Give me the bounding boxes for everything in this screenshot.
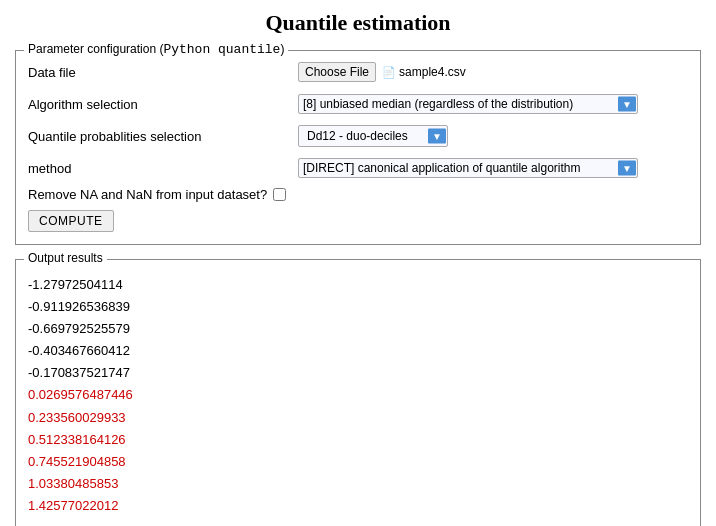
remove-na-label: Remove NA and NaN from input dataset?	[28, 187, 267, 202]
quantile-label: Quantile probablities selection	[28, 129, 298, 144]
output-value: -0.170837521747	[28, 362, 688, 384]
output-value: -0.403467660412	[28, 340, 688, 362]
data-file-row: Data file Choose File 📄 sample4.csv	[28, 59, 688, 85]
method-label: method	[28, 161, 298, 176]
output-legend: Output results	[24, 251, 107, 265]
output-value: -1.27972504114	[28, 274, 688, 296]
output-value: -0.669792525579	[28, 318, 688, 340]
quantile-select[interactable]: Dd12 - duo-deciles	[298, 125, 448, 147]
output-values: -1.27972504114-0.911926536839-0.66979252…	[28, 268, 688, 517]
quantile-select-wrapper: Dd12 - duo-deciles ▼	[298, 125, 448, 147]
method-select-wrapper: [DIRECT] canonical application of quanti…	[298, 158, 638, 178]
file-control: Choose File 📄 sample4.csv	[298, 62, 466, 82]
output-value: 0.233560029933	[28, 407, 688, 429]
output-value: 1.42577022012	[28, 495, 688, 517]
choose-file-button[interactable]: Choose File	[298, 62, 376, 82]
file-name-display: 📄 sample4.csv	[382, 65, 466, 79]
output-value: 0.745521904858	[28, 451, 688, 473]
parameter-config-section: Parameter configuration (Python quantile…	[15, 50, 701, 245]
page-title: Quantile estimation	[15, 10, 701, 36]
algorithm-control: [8] unbiased median (regardless of the d…	[298, 94, 638, 114]
compute-button[interactable]: COMPUTE	[28, 210, 114, 232]
algorithm-row: Algorithm selection [8] unbiased median …	[28, 91, 688, 117]
output-value: 0.0269576487446	[28, 384, 688, 406]
remove-na-checkbox[interactable]	[273, 188, 286, 201]
data-file-label: Data file	[28, 65, 298, 80]
output-value: 1.03380485853	[28, 473, 688, 495]
method-row: method [DIRECT] canonical application of…	[28, 155, 688, 181]
method-control: [DIRECT] canonical application of quanti…	[298, 158, 638, 178]
param-legend: Parameter configuration (Python quantile…	[24, 42, 288, 57]
quantile-control: Dd12 - duo-deciles ▼	[298, 125, 448, 147]
output-value: 0.512338164126	[28, 429, 688, 451]
remove-na-row: Remove NA and NaN from input dataset?	[28, 187, 688, 202]
algorithm-label: Algorithm selection	[28, 97, 298, 112]
algorithm-select-wrapper: [8] unbiased median (regardless of the d…	[298, 94, 638, 114]
quantile-row: Quantile probablities selection Dd12 - d…	[28, 123, 688, 149]
output-section: Output results -1.27972504114-0.91192653…	[15, 259, 701, 526]
method-select[interactable]: [DIRECT] canonical application of quanti…	[298, 158, 638, 178]
algorithm-select[interactable]: [8] unbiased median (regardless of the d…	[298, 94, 638, 114]
output-value: -0.911926536839	[28, 296, 688, 318]
file-icon: 📄	[382, 66, 396, 79]
